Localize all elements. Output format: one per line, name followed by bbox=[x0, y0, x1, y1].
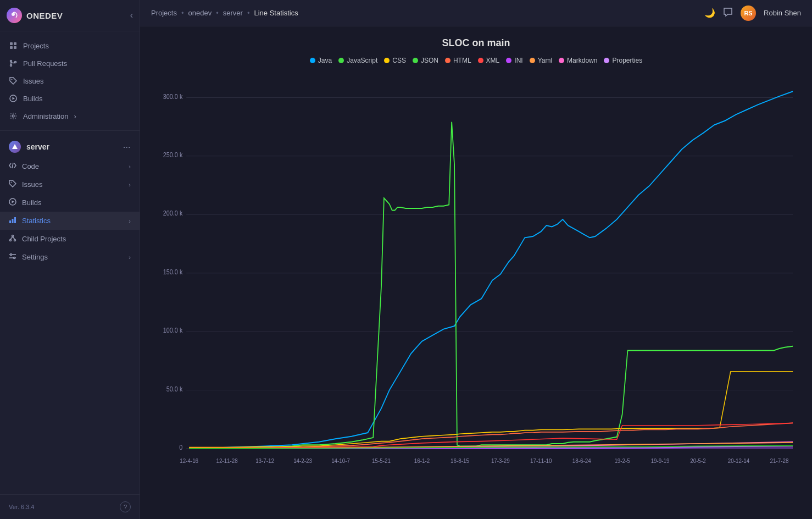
settings-icon bbox=[9, 112, 18, 120]
play-circle-icon bbox=[9, 94, 18, 103]
sidebar-item-settings-label: Settings bbox=[22, 253, 48, 261]
svg-rect-2 bbox=[14, 42, 16, 45]
bar-chart-icon bbox=[9, 216, 16, 225]
sloc-chart: 300.0 k 250.0 k 200.0 k 150.0 k 100.0 k … bbox=[157, 73, 796, 500]
user-name[interactable]: Robin Shen bbox=[764, 9, 801, 17]
breadcrumb-server[interactable]: server bbox=[223, 9, 243, 17]
help-icon[interactable]: ? bbox=[120, 501, 131, 512]
svg-rect-19 bbox=[12, 219, 14, 223]
svg-text:16-1-2: 16-1-2 bbox=[414, 458, 430, 465]
sidebar-item-project-issues[interactable]: Issues › bbox=[0, 175, 140, 194]
svg-text:200.0 k: 200.0 k bbox=[163, 210, 183, 217]
svg-text:14-10-7: 14-10-7 bbox=[331, 458, 350, 465]
svg-text:150.0 k: 150.0 k bbox=[163, 268, 183, 275]
svg-text:20-12-14: 20-12-14 bbox=[728, 458, 750, 465]
collapse-sidebar-button[interactable]: ‹ bbox=[130, 10, 133, 20]
svg-line-14 bbox=[12, 163, 13, 168]
svg-text:250.0 k: 250.0 k bbox=[163, 151, 183, 158]
svg-point-22 bbox=[10, 240, 12, 241]
sidebar-footer: Ver. 6.3.4 ? bbox=[0, 494, 140, 519]
logo-icon bbox=[7, 8, 22, 23]
administration-chevron-icon: › bbox=[74, 112, 76, 120]
breadcrumb-onedev[interactable]: onedev bbox=[188, 9, 212, 17]
sidebar-item-issues-label: Issues bbox=[23, 77, 44, 85]
sidebar-item-statistics[interactable]: Statistics › bbox=[0, 212, 140, 230]
svg-text:18-6-24: 18-6-24 bbox=[572, 458, 591, 465]
legend-dot-markdown bbox=[559, 58, 564, 63]
svg-point-23 bbox=[14, 240, 16, 241]
tag-icon bbox=[9, 76, 18, 85]
svg-rect-20 bbox=[14, 217, 16, 223]
sidebar-item-administration[interactable]: Administration › bbox=[0, 107, 140, 125]
code-chevron-icon: › bbox=[129, 163, 131, 170]
legend-label-markdown: Markdown bbox=[567, 57, 597, 64]
svg-text:100.0 k: 100.0 k bbox=[163, 327, 183, 334]
svg-marker-11 bbox=[13, 97, 15, 100]
sidebar-item-projects[interactable]: Projects bbox=[0, 37, 140, 54]
sidebar-item-project-builds[interactable]: Builds bbox=[0, 194, 140, 212]
svg-point-0 bbox=[12, 13, 15, 16]
svg-text:20-5-2: 20-5-2 bbox=[690, 458, 706, 465]
legend-item-css: CSS bbox=[384, 57, 406, 64]
chart-title: SLOC on main bbox=[157, 37, 796, 49]
legend-label-yaml: Yaml bbox=[538, 57, 552, 64]
sidebar-item-pull-requests[interactable]: Pull Requests bbox=[0, 54, 140, 72]
breadcrumb-sep-3: • bbox=[247, 9, 250, 17]
main-content: Projects • onedev • server • Line Statis… bbox=[140, 0, 812, 519]
breadcrumb-sep-2: • bbox=[216, 9, 219, 17]
version-label: Ver. 6.3.4 bbox=[9, 504, 34, 510]
code-icon bbox=[9, 162, 16, 171]
svg-text:15-5-21: 15-5-21 bbox=[372, 458, 391, 465]
project-menu-button[interactable]: ··· bbox=[123, 143, 131, 151]
chart-container: 300.0 k 250.0 k 200.0 k 150.0 k 100.0 k … bbox=[157, 73, 796, 500]
sidebar-item-projects-label: Projects bbox=[23, 42, 49, 50]
legend-item-properties: Properties bbox=[604, 57, 642, 64]
chat-icon[interactable] bbox=[723, 7, 733, 19]
svg-text:300.0 k: 300.0 k bbox=[163, 93, 183, 100]
svg-point-5 bbox=[10, 60, 12, 62]
svg-point-15 bbox=[11, 182, 12, 183]
legend-dot-html bbox=[445, 58, 451, 63]
project-header: server ··· bbox=[0, 136, 140, 157]
issues-icon bbox=[9, 180, 16, 189]
sidebar-item-code[interactable]: Code › bbox=[0, 157, 140, 175]
legend-item-markdown: Markdown bbox=[559, 57, 597, 64]
svg-text:17-3-29: 17-3-29 bbox=[491, 458, 510, 465]
legend-item-java: Java bbox=[310, 57, 332, 64]
sidebar-item-administration-label: Administration bbox=[23, 112, 68, 120]
sidebar-item-builds[interactable]: Builds bbox=[0, 90, 140, 107]
svg-point-6 bbox=[10, 65, 12, 67]
legend-label-ini: INI bbox=[514, 57, 522, 64]
svg-marker-13 bbox=[12, 144, 18, 149]
topbar-right: 🌙 RS Robin Shen bbox=[704, 5, 801, 21]
svg-point-29 bbox=[14, 257, 15, 259]
sidebar-top: ONEDEV ‹ bbox=[0, 0, 140, 31]
svg-point-12 bbox=[12, 115, 14, 117]
chart-area: SLOC on main JavaJavaScriptCSSJSONHTMLXM… bbox=[140, 26, 812, 519]
sidebar-item-settings[interactable]: Settings › bbox=[0, 248, 140, 266]
svg-point-9 bbox=[12, 79, 13, 80]
legend-label-css: CSS bbox=[392, 57, 406, 64]
sidebar-item-builds-label: Builds bbox=[23, 95, 42, 103]
svg-line-25 bbox=[13, 237, 15, 240]
legend-item-javascript: JavaScript bbox=[338, 57, 377, 64]
svg-point-21 bbox=[12, 235, 14, 237]
legend-dot-javascript bbox=[338, 58, 344, 63]
svg-text:13-7-12: 13-7-12 bbox=[255, 458, 274, 465]
svg-text:17-11-10: 17-11-10 bbox=[530, 458, 552, 465]
avatar[interactable]: RS bbox=[741, 5, 756, 21]
sidebar-item-issues[interactable]: Issues bbox=[0, 72, 140, 90]
legend-label-json: JSON bbox=[421, 57, 438, 64]
legend-dot-yaml bbox=[530, 58, 535, 63]
svg-text:0: 0 bbox=[179, 444, 182, 451]
breadcrumb-projects[interactable]: Projects bbox=[151, 9, 177, 17]
theme-toggle-icon[interactable]: 🌙 bbox=[704, 8, 715, 18]
svg-text:16-8-15: 16-8-15 bbox=[451, 458, 469, 465]
svg-rect-18 bbox=[9, 220, 11, 223]
sidebar-item-child-projects-label: Child Projects bbox=[22, 235, 66, 243]
chart-legend: JavaJavaScriptCSSJSONHTMLXMLINIYamlMarkd… bbox=[157, 57, 796, 64]
project-name: server bbox=[26, 142, 49, 151]
sidebar: ONEDEV ‹ Projects bbox=[0, 0, 140, 519]
sidebar-item-child-projects[interactable]: Child Projects bbox=[0, 230, 140, 248]
statistics-chevron-icon: › bbox=[129, 218, 131, 224]
